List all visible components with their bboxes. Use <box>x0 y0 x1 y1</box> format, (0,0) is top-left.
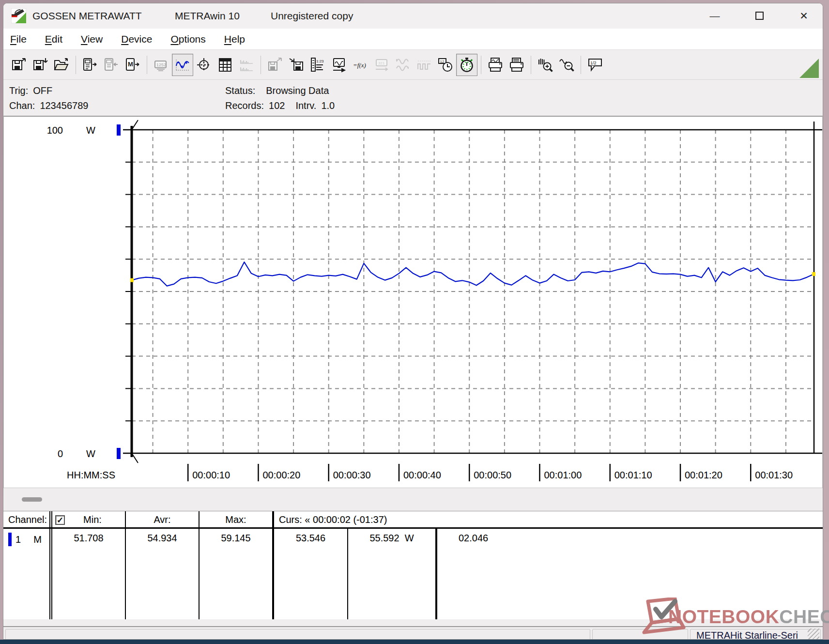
menu-item-edit[interactable]: Edit <box>45 33 62 45</box>
pulse-output-button <box>414 54 435 76</box>
print-preview-button[interactable] <box>485 54 506 76</box>
disk-out-icon <box>11 57 27 73</box>
y-unit-top: W <box>86 125 95 136</box>
window-title-brand: GOSSEN METRAWATT <box>32 3 142 29</box>
table-data-row: 1 M 51.708 54.934 59.145 53.546 55.592 W… <box>3 529 823 619</box>
zoom-in-wave-icon <box>537 57 553 73</box>
svg-text:M: M <box>128 61 133 68</box>
zoom-out-wave-icon <box>559 57 574 73</box>
annotation-button[interactable]: 1/2 <box>584 54 606 76</box>
maximize-button[interactable] <box>748 7 770 25</box>
note-bubble-icon: 1/2 <box>587 57 603 73</box>
disk-save-icon <box>32 57 48 73</box>
table-grid-icon <box>217 57 233 73</box>
menu-item-help[interactable]: Help <box>224 33 245 45</box>
cursor1-marker <box>130 278 134 282</box>
numeric-display-button: 1252 <box>151 54 172 76</box>
time-relative-button[interactable] <box>456 54 477 76</box>
desktop-background: GOSSEN METRAWATT METRAwin 10 Unregistere… <box>0 0 829 644</box>
svg-text:=f(x): =f(x) <box>353 61 366 69</box>
status-label: Status: <box>225 83 255 98</box>
cell-cursor2: 55.592 W <box>348 529 437 619</box>
menu-bar: FileEditViewDeviceOptionsHelp <box>3 29 823 50</box>
formula-icon: =f(x) <box>353 57 368 73</box>
window-title-app: METRAwin 10 <box>175 3 240 29</box>
cell-min: 51.708 <box>52 529 126 619</box>
waveform-icon <box>175 57 190 73</box>
close-button[interactable]: ✕ <box>793 7 815 25</box>
menu-item-file[interactable]: File <box>10 33 27 45</box>
header-min: Min: <box>65 514 120 525</box>
cell-avr: 54.934 <box>126 529 200 619</box>
pulse-waves-icon <box>416 57 432 73</box>
window-title-license: Unregistered copy <box>271 3 353 29</box>
resize-grip[interactable] <box>808 629 819 640</box>
print-button[interactable] <box>506 54 527 76</box>
memory-out-icon: M <box>125 57 140 73</box>
toolbar-separator <box>531 56 531 74</box>
open-file-button[interactable] <box>51 54 72 76</box>
cell-max: 59.145 <box>200 529 274 619</box>
header-channel: Channel: <box>3 511 52 527</box>
menu-item-options[interactable]: Options <box>170 33 205 45</box>
disk-import-icon <box>289 57 304 73</box>
status-section-mid <box>592 629 688 640</box>
cursor2-marker <box>812 272 815 276</box>
zoom-in-button[interactable] <box>535 54 556 76</box>
xy-chart-button[interactable] <box>193 54 215 76</box>
x-tick-label: 00:01:10 <box>614 470 652 480</box>
delta-value: 02.046 <box>437 533 823 544</box>
minimize-button[interactable]: — <box>704 7 726 25</box>
yt-chart-button[interactable] <box>172 54 193 76</box>
maximize-icon <box>755 12 764 20</box>
printer-icon <box>509 57 524 73</box>
status-value: Browsing Data <box>266 83 329 98</box>
toolbar-corner-triangle <box>799 59 819 78</box>
y-max-label: 100 <box>47 125 63 136</box>
svg-text:1:23: 1:23 <box>316 59 324 63</box>
monitor-button[interactable] <box>328 54 350 76</box>
header-min-cell: ✓ Min: <box>52 511 126 527</box>
x-tick-label: 00:00:20 <box>262 470 300 480</box>
cursor2-unit: W <box>405 533 414 543</box>
zoom-out-button[interactable] <box>556 54 577 76</box>
power-trace <box>132 262 814 286</box>
y-min-label: 0 <box>58 448 63 459</box>
save-button[interactable] <box>30 54 51 76</box>
store-to-disk-button <box>264 54 286 76</box>
records-label: Records: <box>225 98 264 113</box>
save-as-button[interactable] <box>8 54 30 76</box>
meter-in-icon <box>104 57 119 73</box>
avr-value: 54.934 <box>126 533 199 544</box>
read-memory-button[interactable]: M <box>122 54 143 76</box>
channel-list-button[interactable]: 1:23 <box>307 54 328 76</box>
yt-chart-plot[interactable]: 00:00:1000:00:2000:00:3000:00:4000:00:50… <box>4 117 823 489</box>
scrollbar-thumb[interactable] <box>22 497 42 502</box>
time-absolute-button[interactable]: 12 <box>435 54 456 76</box>
write-device-button <box>101 54 122 76</box>
device-display-button: 321 <box>371 54 392 76</box>
status-bar: METRAHit Starline-Seri <box>3 626 823 640</box>
channel-mode: M <box>33 534 42 545</box>
chart-scrollbar[interactable] <box>3 488 823 511</box>
data-table-button[interactable] <box>215 54 236 76</box>
x-tick-label: 00:00:10 <box>192 470 230 480</box>
channels-value: 123456789 <box>40 98 88 113</box>
read-device-button[interactable] <box>79 54 101 76</box>
menu-item-device[interactable]: Device <box>121 33 152 45</box>
disk-transfer-icon <box>267 57 283 73</box>
interval-value: 1.0 <box>321 98 335 113</box>
svg-text:1252: 1252 <box>156 62 166 67</box>
x-tick-label: 00:00:40 <box>403 470 441 480</box>
toolbar-separator <box>76 56 76 74</box>
trigger-value: OFF <box>33 83 52 98</box>
monitor-wave-icon <box>331 57 347 73</box>
histogram-button <box>236 54 257 76</box>
menu-item-view[interactable]: View <box>81 33 103 45</box>
channel-color-marker <box>8 533 12 546</box>
channel-visibility-checkbox[interactable]: ✓ <box>55 515 65 525</box>
formula-button[interactable]: =f(x) <box>350 54 371 76</box>
statistics-table: Channel: ✓ Min: Avr: Max: Curs: « 00:00:… <box>3 511 823 619</box>
toolbar-separator <box>481 56 481 74</box>
load-from-disk-button[interactable] <box>286 54 307 76</box>
